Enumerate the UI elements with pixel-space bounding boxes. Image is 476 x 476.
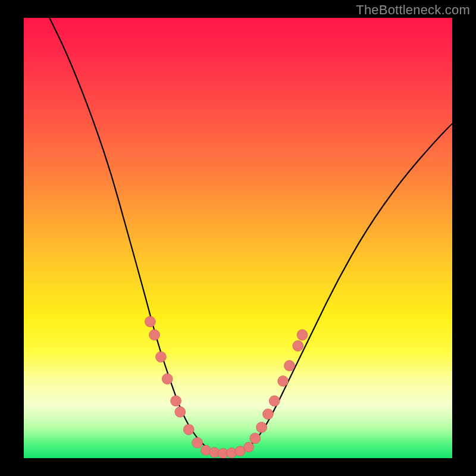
data-marker: [145, 317, 155, 327]
bottleneck-curve: [49, 18, 452, 454]
data-marker: [171, 396, 181, 406]
data-marker: [250, 433, 261, 444]
data-marker: [162, 374, 173, 384]
data-marker: [155, 352, 166, 362]
data-marker: [278, 376, 289, 387]
data-marker: [269, 396, 280, 406]
data-marker: [175, 406, 186, 417]
chart-frame: TheBottleneck.com: [0, 0, 476, 476]
data-marker: [244, 442, 254, 452]
data-marker: [297, 330, 308, 340]
data-marker: [293, 340, 303, 351]
chart-svg: [24, 18, 452, 458]
data-marker: [262, 409, 273, 419]
chart-plot-area: [24, 18, 452, 458]
watermark-text: TheBottleneck.com: [356, 2, 470, 18]
data-marker: [284, 361, 295, 371]
data-marker: [192, 437, 203, 448]
data-marker: [149, 330, 160, 340]
data-markers: [145, 317, 308, 458]
data-marker: [256, 422, 267, 433]
data-marker: [183, 424, 194, 435]
data-marker: [227, 448, 237, 458]
